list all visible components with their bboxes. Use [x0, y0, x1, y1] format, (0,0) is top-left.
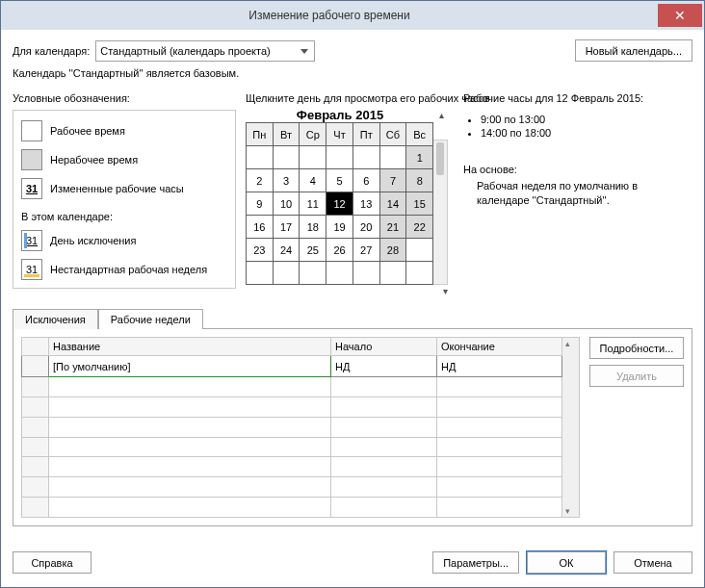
calendar-day	[247, 146, 274, 169]
working-hours-item: 9:00 по 13:00	[481, 114, 692, 125]
calendar-day[interactable]: 6	[352, 169, 379, 192]
help-button[interactable]: Справка	[13, 551, 91, 574]
calendar-day[interactable]: 14	[379, 192, 406, 216]
calendar-day[interactable]: 21	[379, 216, 406, 239]
calendar-day[interactable]: 15	[406, 192, 433, 216]
calendar-day[interactable]: 23	[247, 239, 274, 262]
dow-header: Ср	[300, 123, 326, 146]
working-hours-list: 9:00 по 13:0014:00 по 18:00	[477, 114, 692, 139]
legend-title: Условные обозначения:	[13, 92, 236, 104]
swatch-nonwork-icon	[21, 149, 42, 170]
dow-header: Вс	[406, 123, 433, 146]
calendar-day	[352, 146, 379, 169]
calendar-day	[273, 262, 300, 285]
calendar-day[interactable]: 7	[379, 169, 406, 192]
calendar-day[interactable]: 10	[273, 192, 300, 216]
table-row[interactable]	[22, 477, 562, 498]
calendar-day[interactable]: 9	[247, 192, 274, 216]
tab-workweeks[interactable]: Рабочие недели	[98, 309, 203, 329]
calendar-day[interactable]: 25	[300, 239, 326, 262]
calendar-day[interactable]: 5	[326, 169, 353, 192]
calendar-dropdown-value: Стандартный (календарь проекта)	[100, 45, 271, 57]
col-rownum	[22, 338, 49, 356]
swatch-changed-icon: 31	[21, 178, 42, 199]
calendar-day	[406, 239, 433, 262]
tab-exceptions[interactable]: Исключения	[13, 309, 98, 329]
close-button[interactable]: ✕	[658, 4, 702, 27]
calendar-day[interactable]: 11	[300, 192, 326, 216]
calendar-day	[300, 262, 326, 285]
titlebar: Изменение рабочего времени ✕	[1, 1, 704, 30]
col-end: Окончание	[437, 338, 562, 356]
swatch-work-icon	[21, 120, 42, 141]
calendar-day[interactable]: 27	[352, 239, 379, 262]
calendar-day	[273, 146, 300, 169]
table-scrollbar[interactable]	[562, 337, 580, 518]
legend-work: Рабочее время	[50, 125, 125, 137]
calendar-scroll-up[interactable]: ▴	[434, 110, 448, 120]
calendar-scroll-down[interactable]: ▾	[443, 286, 448, 296]
legend-nsw: Нестандартная рабочая неделя	[50, 264, 207, 275]
calendar-day[interactable]: 28	[379, 239, 406, 262]
cancel-button[interactable]: Отмена	[614, 551, 692, 574]
calendar-instruction: Щелкните день для просмотра его рабочих …	[246, 92, 448, 104]
calendar-month-title: Февраль 2015	[246, 108, 434, 122]
workweeks-table[interactable]: Название Начало Окончание [По умолчанию]…	[21, 337, 562, 518]
table-row[interactable]	[22, 377, 562, 397]
calendar-scrollbar[interactable]	[433, 140, 448, 285]
calendar-day[interactable]: 3	[273, 169, 300, 192]
swatch-nsw-icon: 31	[21, 259, 42, 280]
calendar-day	[247, 262, 274, 285]
calendar-day[interactable]: 2	[247, 169, 274, 192]
ok-button[interactable]: ОК	[527, 551, 606, 574]
calendar-dropdown[interactable]: Стандартный (календарь проекта)	[95, 40, 315, 62]
legend-exception: День исключения	[50, 235, 136, 246]
delete-button[interactable]: Удалить	[589, 365, 684, 387]
options-button[interactable]: Параметры...	[432, 551, 519, 574]
calendar-day	[352, 262, 379, 285]
calendar-day[interactable]: 8	[406, 169, 433, 192]
calendar-day	[406, 262, 433, 285]
calendar-day[interactable]: 16	[247, 216, 274, 239]
table-row[interactable]	[22, 457, 562, 477]
calendar-day[interactable]: 26	[326, 239, 353, 262]
table-row[interactable]	[22, 498, 562, 518]
dialog-window: Изменение рабочего времени ✕ Для календа…	[0, 0, 705, 588]
calendar-day[interactable]: 20	[352, 216, 379, 239]
window-title: Изменение рабочего времени	[1, 9, 658, 22]
new-calendar-button[interactable]: Новый календарь...	[575, 39, 692, 62]
calendar-day	[379, 262, 406, 285]
close-icon: ✕	[674, 8, 686, 23]
base-calendar-text: Календарь ''Стандартный'' является базов…	[13, 67, 692, 79]
table-row[interactable]	[22, 396, 562, 417]
table-row[interactable]: [По умолчанию]НДНД	[22, 356, 562, 377]
working-hours-item: 14:00 по 18:00	[481, 127, 692, 139]
table-row[interactable]	[22, 417, 562, 437]
legend-nonwork: Нерабочее время	[50, 154, 138, 166]
calendar-day	[326, 262, 353, 285]
calendar-grid[interactable]: ПнВтСрЧтПтСбВс 1234567891011121314151617…	[246, 122, 433, 285]
calendar-day[interactable]: 4	[300, 169, 326, 192]
dow-header: Пн	[247, 123, 274, 146]
calendar-day[interactable]: 1	[406, 146, 433, 169]
col-start: Начало	[331, 338, 437, 356]
basis-title: На основе:	[463, 164, 692, 175]
calendar-day[interactable]: 18	[300, 216, 326, 239]
calendar-day[interactable]: 12	[326, 192, 353, 216]
calendar-day[interactable]: 17	[273, 216, 300, 239]
swatch-exception-icon: 31	[21, 230, 42, 251]
table-row[interactable]	[22, 437, 562, 457]
basis-text: Рабочая неделя по умолчанию в календаре …	[477, 179, 692, 209]
calendar-day[interactable]: 22	[406, 216, 433, 239]
calendar-day[interactable]: 19	[326, 216, 353, 239]
calendar-day[interactable]: 24	[273, 239, 300, 262]
dow-header: Вт	[273, 123, 300, 146]
col-name: Название	[49, 338, 331, 356]
calendar-day	[379, 146, 406, 169]
calendar-day[interactable]: 13	[352, 192, 379, 216]
workweeks-panel: Название Начало Окончание [По умолчанию]…	[13, 328, 692, 526]
legend-box: Рабочее время Нерабочее время 31 Изменен…	[13, 110, 236, 289]
dow-header: Пт	[352, 123, 379, 146]
calendar-day	[326, 146, 353, 169]
details-button[interactable]: Подробности...	[589, 337, 684, 359]
